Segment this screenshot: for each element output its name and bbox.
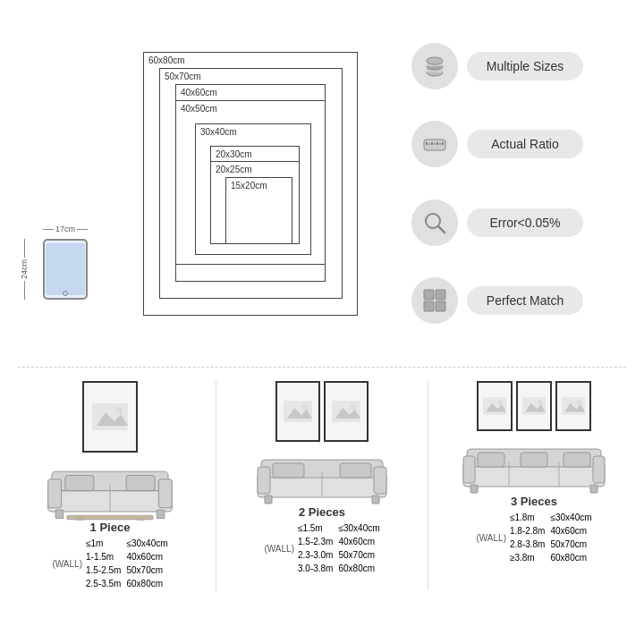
piece-2-row-0-right: ≤30x40cm [338,522,379,535]
piece-1-row-3-right: 60x80cm [126,578,167,590]
piece-2-row-0-left: ≤1.5m [298,522,333,535]
piece-1-size-col-left: ≤1m 1-1.5m 1.5-2.5m 2.5-3.5m [86,538,121,590]
landscape-icon-3b [522,397,546,415]
ipad-width-label: 17cm [55,225,75,233]
piece-1-row-3-left: 2.5-3.5m [86,578,121,590]
svg-rect-43 [374,467,386,494]
frames-container: 60x80cm 50x70cm 40x60cm 40x50cm 30x40cm … [143,52,367,329]
piece-2-wall-label: (WALL) [264,544,294,554]
svg-rect-45 [372,496,379,504]
top-section: 17cm 24cm 60x80cm [0,0,644,367]
piece-2-row-3-left: 3.0-3.8m [298,563,333,575]
multiple-sizes-label: Multiple Sizes [467,52,583,80]
piece-1-row-2-right: 50x70cm [126,564,167,577]
landscape-icon-2a [284,401,312,422]
svg-rect-15 [424,290,434,300]
feature-actual-ratio: Actual Ratio [411,121,617,167]
grid-icon [422,288,447,313]
piece-2-title: 2 Pieces [299,505,345,519]
label-15x20: 15x20cm [231,181,267,191]
piece-1-size-table-wrapper: (WALL) ≤1m 1-1.5m 1.5-2.5m 2.5-3.5m ≤30x… [52,538,167,590]
piece-3-row-1-left: 1.8-2.8m [510,525,545,538]
svg-point-54 [538,400,542,404]
piece-2-size-col-right: ≤30x40cm 40x60cm 50x70cm 60x80cm [338,522,379,575]
ipad-home-button [63,291,68,296]
grid-icon-box [411,277,458,324]
piece-3-frames-display [477,381,591,431]
piece-1-row-0-right: ≤30x40cm [126,538,167,550]
coins-icon [421,53,448,80]
label-60x80: 60x80cm [148,55,185,65]
svg-rect-32 [77,519,82,521]
landscape-icon-2b [332,401,360,422]
piece-group-1: 1 Piece (WALL) ≤1m 1-1.5m 1.5-2.5m 2.5-3… [9,381,211,590]
svg-rect-64 [478,453,504,467]
svg-rect-61 [593,456,605,483]
error-label: Error<0.05% [467,208,583,237]
landscape-icon [92,403,128,430]
svg-point-21 [115,407,123,414]
piece-2-row-3-right: 60x80cm [338,563,379,575]
piece-group-2: 2 Pieces (WALL) ≤1.5m 1.5-2.3m 2.3-3.0m … [221,381,423,575]
label-20x25: 20x25cm [216,165,252,174]
piece-1-size-col-right: ≤30x40cm 40x60cm 50x70cm 60x80cm [126,538,167,590]
features-area: Multiple Sizes Actual Ratio [394,18,626,349]
svg-rect-29 [126,476,155,491]
label-20x30: 20x30cm [216,149,252,159]
piece-2-size-table-wrapper: (WALL) ≤1.5m 1.5-2.3m 2.3-3.0m 3.0-3.8m … [264,522,379,575]
bottom-section: 1 Piece (WALL) ≤1m 1-1.5m 1.5-2.5m 2.5-3… [0,368,644,599]
svg-rect-44 [265,496,272,504]
svg-rect-16 [436,290,445,300]
piece-3-row-2-right: 50x70cm [550,538,591,551]
piece-3-art-frame-3 [555,381,591,431]
separator-2 [428,381,428,590]
feature-error: Error<0.05% [411,199,617,246]
sofa-2-illustration [250,447,394,505]
ipad-wrapper: 17cm 24cm [43,239,88,300]
piece-1-frames-display [82,381,138,453]
tape-icon-box [411,121,458,167]
piece-1-row-2-left: 1.5-2.5m [86,564,121,577]
svg-rect-27 [157,510,165,519]
piece-1-row-0-left: ≤1m [86,538,121,550]
size-chart-area: 17cm 24cm 60x80cm [18,18,394,349]
piece-1-title: 1 Piece [90,521,131,534]
label-40x60: 40x60cm [181,88,217,97]
piece-3-size-col-left: ≤1.8m 1.8-2.8m 2.8-3.8m ≥3.8m [510,512,545,564]
ipad-device [43,239,88,300]
svg-rect-63 [590,485,597,493]
actual-ratio-label: Actual Ratio [467,130,583,158]
svg-rect-17 [424,301,434,311]
tape-icon [421,131,448,157]
svg-line-14 [438,226,445,233]
svg-point-39 [351,403,356,409]
svg-point-4 [427,57,443,64]
label-40x50: 40x50cm [181,104,217,114]
piece-1-row-1-left: 1-1.5m [86,551,121,564]
ipad-screen [46,243,85,295]
piece-3-row-2-left: 2.8-3.8m [510,538,545,551]
piece-3-row-1-right: 40x60cm [550,525,591,538]
svg-rect-47 [340,463,371,478]
svg-rect-28 [65,476,94,491]
piece-3-art-frame-2 [516,381,552,431]
svg-rect-66 [564,453,590,467]
feature-perfect-match: Perfect Match [411,277,617,324]
piece-3-row-3-left: ≥3.8m [510,552,545,564]
frame-15x20: 15x20cm [225,177,292,244]
svg-rect-60 [463,456,475,483]
feature-multiple-sizes: Multiple Sizes [411,43,617,89]
piece-3-title: 3 Pieces [511,495,557,508]
piece-1-art-frame [82,381,138,453]
piece-3-row-0-left: ≤1.8m [510,512,545,524]
piece-1-wall-label: (WALL) [52,559,82,569]
label-30x40: 30x40cm [200,127,237,137]
svg-rect-65 [521,453,547,467]
piece-2-row-2-left: 2.3-3.0m [298,549,333,562]
magnifier-icon-box [411,199,458,246]
svg-rect-62 [470,485,478,493]
piece-2-row-1-right: 40x60cm [338,536,379,548]
piece-3-size-table-wrapper: (WALL) ≤1.8m 1.8-2.8m 2.8-3.8m ≥3.8m ≤30… [476,512,591,564]
piece-group-3: 3 Pieces (WALL) ≤1.8m 1.8-2.8m 2.8-3.8m … [433,381,635,564]
svg-point-36 [302,403,308,409]
